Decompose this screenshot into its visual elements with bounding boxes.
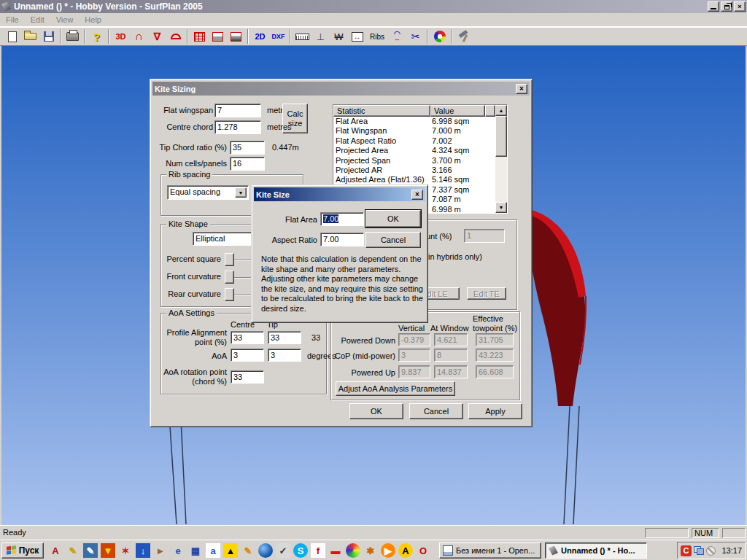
rib-spacing-select[interactable]: Equal spacing ▼ (167, 185, 249, 200)
quicklaunch-bluedoc-icon[interactable]: ✎ (83, 543, 98, 558)
quicklaunch-bird-icon[interactable]: ► (153, 543, 168, 558)
menu-edit[interactable]: Edit (25, 14, 50, 26)
edit-te-button[interactable]: Edit TE (467, 287, 506, 300)
scissors-icon[interactable]: ✂ (406, 28, 425, 44)
quicklaunch-check-icon[interactable]: ✓ (276, 543, 290, 558)
panel-icon[interactable] (209, 28, 227, 44)
stats-header-value[interactable]: Value (430, 105, 485, 117)
close-button[interactable]: × (734, 1, 746, 12)
aspect-ratio-field[interactable]: 7.00 (320, 233, 364, 246)
quicklaunch-flash-icon[interactable]: f (311, 543, 325, 558)
task-openoffice[interactable]: Без имени 1 - Open... (439, 542, 541, 559)
stat-row[interactable]: Flat Wingspan7.000 m (333, 126, 497, 136)
adjust-aoa-button[interactable]: Adjust AoA Analysis Parameters (336, 381, 455, 396)
quicklaunch-download-icon[interactable]: ▼ (101, 543, 115, 558)
quicklaunch-media-icon[interactable]: ▶ (381, 543, 395, 558)
quicklaunch-star-icon[interactable]: ✶ (118, 543, 133, 558)
centre-chord-field[interactable]: 1.278 (214, 120, 261, 134)
tools-icon[interactable] (454, 28, 473, 44)
pivot-icon[interactable]: ⊥ (311, 28, 330, 44)
menu-view[interactable]: View (50, 14, 80, 26)
ruler-icon[interactable] (293, 28, 311, 44)
arc-measure-icon[interactable]: ◠↔ (388, 28, 406, 44)
quicklaunch-paint-icon[interactable]: ✎ (241, 543, 255, 558)
span-icon[interactable]: ↔ (348, 28, 366, 44)
kite-sizing-close-icon[interactable]: × (516, 84, 527, 94)
apply-button[interactable]: Apply (468, 403, 522, 419)
dxf-icon[interactable]: DXF (269, 28, 287, 44)
quicklaunch-gear-icon[interactable]: ✱ (363, 543, 378, 558)
stat-row[interactable]: Projected Span3.700 m (333, 156, 497, 166)
profile-tip-field[interactable]: 33 (268, 331, 301, 344)
restore-button[interactable] (721, 1, 732, 12)
kite-sizing-titlebar[interactable]: Kite Sizing × (152, 82, 530, 96)
save-icon[interactable] (39, 28, 58, 44)
quicklaunch-acrobat-icon[interactable]: A (48, 543, 63, 558)
help-icon[interactable]: ? (88, 28, 106, 44)
ribs-icon[interactable]: Ribs (366, 28, 388, 44)
antivirus-tray-icon[interactable]: C (681, 545, 692, 556)
quicklaunch-skype-icon[interactable]: S (293, 543, 308, 558)
profile-centre-field[interactable]: 33 (231, 331, 264, 344)
quicklaunch-monitor-icon[interactable]: ▦ (188, 543, 203, 558)
kite-size-titlebar[interactable]: Kite Size × (254, 187, 425, 201)
percent-square-slider[interactable] (225, 253, 234, 266)
task-surfplan[interactable]: Unnamed () * - Ho... (545, 542, 647, 559)
quicklaunch-palette-icon[interactable] (346, 543, 360, 558)
quicklaunch-bluebox-icon[interactable]: ↓ (136, 543, 150, 558)
stat-row[interactable]: Projected Area4.324 sqm (333, 146, 497, 155)
chevron-down-icon[interactable]: ▼ (235, 187, 247, 198)
rear-curvature-slider[interactable] (225, 288, 234, 301)
aoa-tip-field[interactable]: 3 (268, 349, 301, 362)
view-2d-icon[interactable]: 2D (251, 28, 269, 44)
taskbar: Пуск A✎✎▼✶↓►e▦a▲✎✓Sf▬✱▶AO Без имени 1 - … (0, 540, 747, 560)
quicklaunch-amazon-icon[interactable]: a (206, 543, 220, 558)
minimize-button[interactable] (708, 1, 719, 12)
start-button[interactable]: Пуск (1, 542, 44, 559)
flat-wingspan-field[interactable]: 7 (214, 104, 261, 117)
scroll-down-icon[interactable]: ▼ (495, 202, 507, 213)
quicklaunch-lips-icon[interactable]: ▬ (328, 543, 343, 558)
scroll-thumb[interactable] (495, 116, 507, 157)
scroll-up-icon[interactable]: ▲ (495, 105, 507, 116)
quicklaunch-explorer-icon[interactable]: e (171, 543, 185, 558)
front-curvature-slider[interactable] (225, 271, 234, 284)
tip-chord-field[interactable]: 35 (230, 141, 265, 155)
num-cells-field[interactable]: 16 (230, 157, 265, 171)
shade-icon[interactable] (227, 28, 245, 44)
stats-scrollbar[interactable]: ▲ ▼ (495, 105, 507, 213)
size-ok-button[interactable]: OK (365, 210, 421, 228)
flat-area-field[interactable]: 7.00 (320, 212, 364, 226)
status-panel-2 (722, 528, 746, 538)
arc-icon[interactable]: ∩ (130, 28, 148, 44)
stat-row[interactable]: Adjusted Area (Flat/1.36)5.146 sqm (333, 175, 497, 184)
new-icon[interactable] (3, 28, 21, 44)
open-icon[interactable] (21, 28, 39, 44)
colors-icon[interactable] (430, 28, 449, 44)
kite-size-close-icon[interactable]: × (411, 190, 423, 200)
quicklaunch-answers-icon[interactable]: A (398, 543, 413, 558)
quicklaunch-batman-icon[interactable]: ▲ (223, 543, 238, 558)
bridle-icon[interactable]: ₩ (330, 28, 348, 44)
stat-row[interactable]: Projected AR3.166 (333, 166, 497, 175)
cancel-button[interactable]: Cancel (409, 403, 463, 419)
quicklaunch-earth-icon[interactable] (258, 543, 273, 558)
volume-muted-icon[interactable] (706, 546, 716, 556)
menu-help[interactable]: Help (79, 14, 107, 26)
aoa-rotation-field[interactable]: 33 (231, 370, 264, 384)
quicklaunch-opera-icon[interactable]: O (416, 543, 430, 558)
view-3d-icon[interactable]: 3D (112, 28, 130, 44)
stats-header-statistic[interactable]: Statistic (333, 105, 430, 117)
aoa-centre-field[interactable]: 3 (231, 349, 264, 362)
print-icon[interactable] (63, 28, 82, 44)
size-cancel-button[interactable]: Cancel (365, 232, 421, 248)
quicklaunch-pencil-icon[interactable]: ✎ (66, 543, 80, 558)
funnel-icon[interactable]: ∇ (148, 28, 166, 44)
menu-file[interactable]: File (0, 14, 25, 26)
stat-row[interactable]: Flat Area6.998 sqm (333, 117, 497, 126)
grid-icon[interactable] (190, 28, 209, 44)
dome-icon[interactable] (166, 28, 185, 44)
ok-button[interactable]: OK (349, 403, 403, 419)
network-tray-icon[interactable] (694, 546, 704, 555)
stat-row[interactable]: Flat Aspect Ratio7.002 (333, 136, 497, 146)
